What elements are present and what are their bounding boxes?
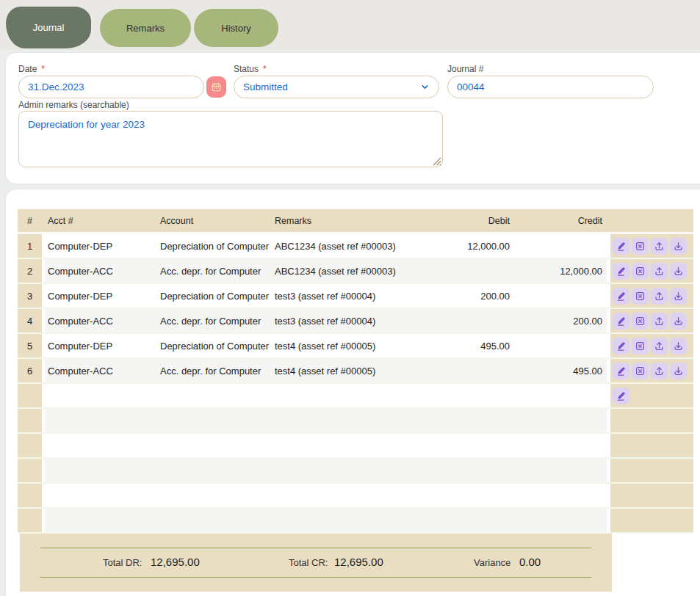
cell-remarks: ABC1234 (asset ref #00003) (271, 259, 411, 283)
cell-credit (514, 384, 607, 407)
empty-row (18, 409, 693, 434)
total-dr-value: 12,695.00 (151, 556, 200, 568)
empty-row (18, 459, 693, 484)
cell-acct: Computer-DEP (45, 284, 156, 308)
cell-remarks: test3 (asset ref #00004) (271, 284, 411, 308)
cell-remarks (271, 384, 411, 407)
table-row: 4 Computer-ACC Acc. depr. for Computer t… (18, 309, 693, 334)
cell-remarks: test4 (asset ref #00005) (271, 334, 411, 357)
resize-grip-icon[interactable] (433, 157, 441, 166)
edit-pencil-icon (616, 366, 627, 377)
cell-acct: Computer-ACC (45, 359, 156, 382)
row-actions (610, 259, 693, 283)
totals-top-rule (40, 548, 591, 548)
box-x-icon (635, 241, 646, 252)
cell-remarks: test4 (asset ref #00005) (271, 359, 411, 382)
calendar-button[interactable] (206, 76, 226, 98)
required-asterisk: * (41, 64, 45, 74)
box-x-icon (635, 316, 646, 327)
row-number: 6 (18, 359, 42, 382)
tab-journal[interactable]: Journal (6, 7, 91, 48)
upload-row-button[interactable] (651, 338, 668, 355)
delete-row-button[interactable] (632, 288, 649, 305)
totals-band: Total DR: 12,695.00 Total CR: 12,695.00 … (20, 534, 612, 592)
totals-bottom-rule (40, 577, 591, 578)
download-row-button[interactable] (670, 363, 687, 379)
delete-row-button[interactable] (632, 263, 649, 280)
download-icon (673, 291, 684, 302)
box-x-icon (635, 366, 646, 377)
empty-row (18, 434, 693, 459)
variance-value: 0.00 (519, 556, 541, 568)
edit-row-button[interactable] (613, 363, 629, 379)
delete-row-button[interactable] (632, 238, 649, 255)
cell-debit: 200.00 (411, 284, 514, 308)
download-row-button[interactable] (670, 288, 687, 305)
cell-credit: 495.00 (514, 359, 607, 382)
upload-row-button[interactable] (651, 313, 668, 330)
edit-row-button[interactable] (613, 238, 629, 255)
total-cr-value: 12,695.00 (334, 556, 383, 568)
upload-row-button[interactable] (651, 363, 668, 379)
header-remarks: Remarks (271, 209, 411, 232)
add-row-edit-button[interactable] (613, 388, 629, 404)
download-row-button[interactable] (670, 238, 687, 255)
upload-row-button[interactable] (651, 288, 668, 305)
empty-row (18, 509, 693, 534)
download-row-button[interactable] (670, 313, 687, 330)
tab-remarks[interactable]: Remarks (100, 9, 191, 47)
table-row: 2 Computer-ACC Acc. depr. for Computer A… (18, 259, 693, 284)
row-number (18, 384, 42, 407)
delete-row-button[interactable] (632, 338, 649, 355)
table-header: # Acct # Account Remarks Debit Credit (18, 209, 693, 234)
status-select[interactable]: Submitted (234, 76, 439, 98)
row-actions (610, 284, 693, 308)
admin-remarks-textarea[interactable]: Depreciation for year 2023 (18, 111, 443, 167)
upload-row-button[interactable] (651, 238, 668, 255)
new-entry-row (18, 384, 693, 409)
download-row-button[interactable] (670, 263, 687, 280)
table-row: 6 Computer-ACC Acc. depr. for Computer t… (18, 359, 693, 384)
cell-debit (411, 384, 514, 407)
upload-icon (654, 291, 665, 302)
upload-row-button[interactable] (651, 263, 668, 280)
box-x-icon (635, 266, 646, 277)
download-icon (673, 316, 684, 327)
cell-credit (514, 334, 607, 357)
status-selected-value: Submitted (243, 81, 288, 92)
journal-number-input[interactable] (447, 76, 654, 98)
tab-history[interactable]: History (194, 9, 278, 47)
cell-account: Acc. depr. for Computer (156, 259, 271, 283)
cell-debit (411, 359, 514, 382)
total-cr-label: Total CR: (289, 557, 328, 568)
delete-row-button[interactable] (632, 313, 649, 330)
edit-row-button[interactable] (613, 338, 629, 355)
edit-row-button[interactable] (613, 313, 629, 330)
header-actions (610, 209, 693, 232)
box-x-icon (635, 291, 646, 302)
header-debit: Debit (411, 209, 514, 232)
cell-account: Acc. depr. for Computer (156, 309, 271, 332)
cell-debit: 12,000.00 (411, 234, 514, 258)
row-number: 2 (18, 259, 42, 283)
download-icon (673, 241, 684, 252)
journal-number-label: Journal # (447, 64, 483, 74)
cell-acct: Computer-DEP (45, 234, 156, 258)
cell-debit: 495.00 (411, 334, 514, 357)
date-input[interactable] (18, 76, 204, 98)
journal-header-card: Date* Status* Submitted Journal # Admin … (6, 53, 700, 183)
row-number: 1 (18, 234, 42, 258)
delete-row-button[interactable] (632, 363, 649, 379)
journal-lines-card: # Acct # Account Remarks Debit Credit 1 … (6, 189, 700, 596)
header-account: Account (156, 209, 271, 232)
cell-credit (514, 234, 607, 258)
edit-row-button[interactable] (613, 288, 629, 305)
edit-row-button[interactable] (613, 263, 629, 280)
edit-pencil-icon (616, 291, 627, 302)
tab-bar: Journal Remarks History (0, 0, 700, 50)
download-icon (673, 266, 684, 277)
download-row-button[interactable] (670, 338, 687, 355)
cell-account: Depreciation of Computer (156, 234, 271, 258)
upload-icon (654, 266, 665, 277)
variance-label: Variance (474, 557, 510, 568)
